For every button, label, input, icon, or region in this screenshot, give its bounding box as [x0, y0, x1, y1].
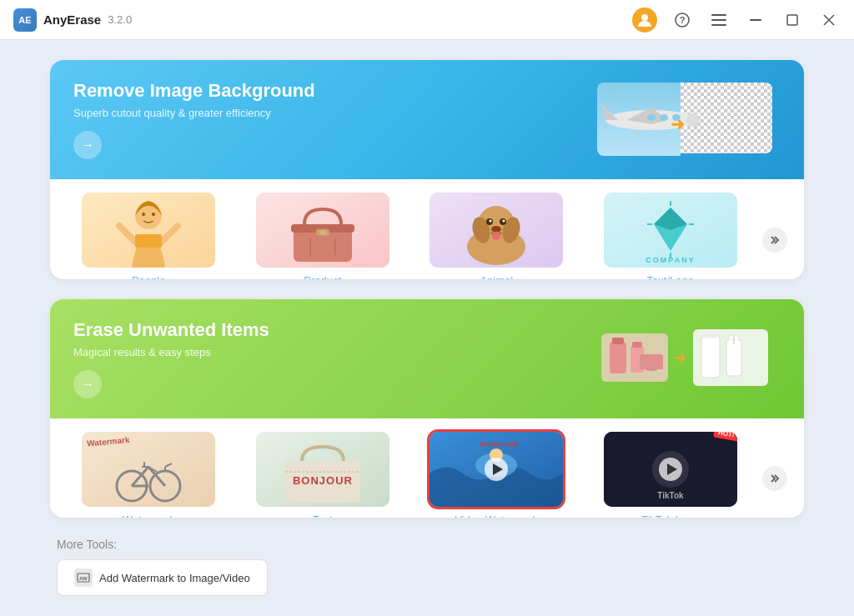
svg-point-62 — [731, 332, 736, 337]
svg-text:COMPANY: COMPANY — [646, 256, 695, 264]
svg-point-21 — [142, 213, 145, 216]
svg-point-14 — [647, 114, 656, 121]
category-product[interactable]: Product — [241, 193, 405, 279]
svg-rect-6 — [750, 19, 761, 21]
title-bar-left: AE AnyErase 3.2.0 — [13, 8, 132, 32]
title-bar-right: ? — [632, 8, 841, 33]
section2-chevron-button[interactable] — [762, 466, 787, 491]
category-animal-label: Animal — [480, 274, 513, 279]
more-tools-label: More Tools: — [57, 538, 797, 551]
category-textlogo-thumb: COMPANY — [604, 193, 737, 268]
category-watermark-label: Watermark — [123, 513, 175, 518]
category-tiktok-thumb: TikTok HOT! — [604, 432, 737, 507]
svg-rect-23 — [135, 234, 162, 248]
category-text[interactable]: BONJOUR Text — [241, 432, 405, 518]
remove-bg-illustration: ➜ — [597, 83, 781, 158]
remove-bg-title: Remove Image Background — [73, 80, 315, 102]
erase-items-subtitle: Magical results & easy steps — [73, 346, 269, 358]
more-tools-section: More Tools: AW Add Watermark to Image/Vi… — [50, 538, 804, 596]
category-animal-thumb — [430, 193, 563, 268]
add-watermark-label: Add Watermark to Image/Video — [99, 572, 250, 584]
remove-background-section: Remove Image Background Superb cutout qu… — [50, 60, 804, 279]
app-name: AnyErase — [43, 13, 101, 27]
category-people-label: People — [132, 274, 165, 279]
svg-point-40 — [491, 226, 501, 233]
svg-text:TikTok: TikTok — [657, 491, 684, 500]
svg-text:?: ? — [680, 15, 686, 25]
category-tiktok[interactable]: TikTok HOT! TikTok Logo — [589, 432, 753, 518]
remove-bg-subtitle: Superb cutout quality & greater efficien… — [73, 107, 315, 119]
app-logo: AE — [13, 8, 37, 32]
category-watermark-thumb: Watermark — [82, 432, 215, 507]
category-watermark[interactable]: Watermark Watermark — [67, 432, 231, 518]
svg-rect-5 — [711, 24, 726, 26]
svg-point-15 — [660, 114, 668, 121]
category-animal[interactable]: Animal — [414, 193, 579, 279]
svg-point-0 — [641, 14, 648, 21]
erase-items-title: Erase Unwanted Items — [73, 319, 269, 341]
svg-point-11 — [686, 113, 700, 127]
svg-rect-59 — [701, 336, 720, 378]
svg-text:BONJOUR: BONJOUR — [293, 474, 353, 487]
main-content: Remove Image Background Superb cutout qu… — [0, 40, 854, 616]
app-version: 3.2.0 — [108, 13, 132, 26]
svg-rect-52 — [612, 338, 624, 344]
menu-button[interactable] — [707, 8, 731, 32]
help-button[interactable]: ? — [671, 8, 694, 32]
remove-bg-arrow-button[interactable]: → — [73, 131, 102, 159]
category-video-watermark-thumb: Watermark — [430, 432, 563, 507]
svg-rect-3 — [711, 14, 726, 16]
title-bar: AE AnyErase 3.2.0 ? — [0, 0, 854, 40]
maximize-button[interactable] — [781, 8, 804, 32]
category-product-thumb — [256, 193, 389, 268]
svg-point-38 — [490, 220, 492, 223]
remove-bg-banner-text: Remove Image Background Superb cutout qu… — [73, 80, 315, 159]
svg-point-41 — [492, 232, 500, 240]
minimize-button[interactable] — [744, 8, 767, 32]
svg-rect-7 — [787, 15, 797, 25]
svg-text:AW: AW — [79, 576, 88, 581]
category-text-thumb: BONJOUR — [256, 432, 389, 507]
svg-rect-4 — [711, 19, 726, 21]
erase-category-grid: Watermark Watermark — [50, 418, 804, 518]
svg-text:➜: ➜ — [674, 349, 686, 366]
svg-rect-54 — [632, 342, 642, 348]
close-button[interactable] — [817, 8, 841, 32]
category-textlogo[interactable]: COMPANY Text/Logo — [589, 193, 753, 279]
svg-rect-60 — [705, 332, 716, 338]
category-people-thumb — [82, 193, 215, 268]
remove-bg-category-grid: People — [50, 179, 804, 279]
erase-items-section: Erase Unwanted Items Magical results & e… — [50, 299, 804, 518]
erase-items-banner: Erase Unwanted Items Magical results & e… — [50, 299, 804, 418]
svg-rect-51 — [610, 342, 626, 373]
remove-bg-banner: Remove Image Background Superb cutout qu… — [50, 60, 804, 179]
svg-rect-61 — [726, 339, 741, 376]
user-avatar[interactable] — [632, 8, 657, 33]
category-text-label: Text — [313, 513, 333, 518]
add-watermark-button[interactable]: AW Add Watermark to Image/Video — [57, 559, 268, 596]
erase-items-arrow-button[interactable]: → — [73, 370, 102, 398]
erase-items-banner-text: Erase Unwanted Items Magical results & e… — [73, 319, 269, 398]
svg-point-39 — [503, 220, 505, 223]
category-product-label: Product — [304, 274, 341, 279]
category-video-watermark[interactable]: Watermark Video Watermark — [414, 432, 579, 518]
section1-chevron-button[interactable] — [762, 228, 787, 253]
category-video-watermark-label: Video Watermark — [455, 513, 538, 518]
svg-point-18 — [135, 203, 162, 229]
svg-point-22 — [152, 213, 155, 216]
erase-items-illustration: ➜ — [597, 321, 781, 396]
svg-marker-13 — [601, 103, 618, 120]
category-textlogo-label: Text/Logo — [647, 274, 694, 279]
add-watermark-icon: AW — [74, 568, 93, 587]
category-tiktok-label: TikTok Logo — [641, 513, 700, 518]
svg-rect-56 — [640, 354, 663, 369]
category-people[interactable]: People — [67, 193, 231, 279]
svg-point-28 — [320, 230, 325, 235]
svg-text:Watermark: Watermark — [480, 440, 519, 448]
